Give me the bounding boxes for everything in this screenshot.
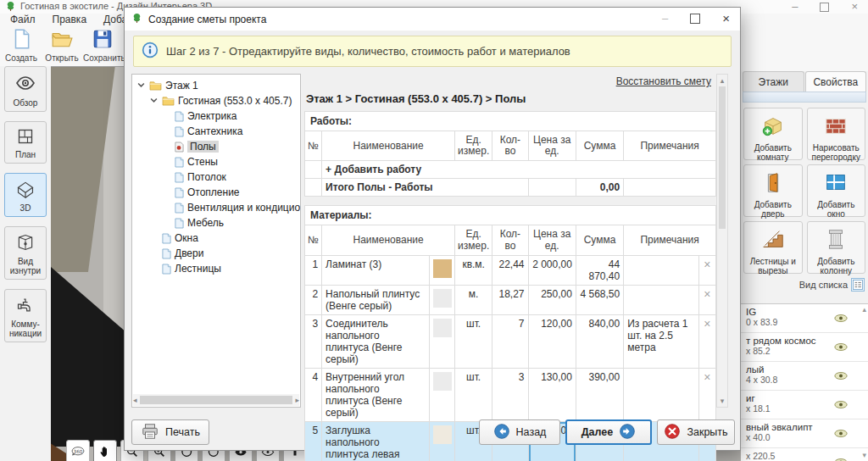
material-row-2[interactable]: 2Напольный плинтус (Венге серый)м.18,272…: [305, 285, 716, 314]
window-minimize-button[interactable]: –: [792, 2, 798, 12]
print-button[interactable]: Печать: [131, 419, 209, 445]
object-visibility-button[interactable]: [834, 370, 848, 382]
list-item[interactable]: IG0 x 83.9: [741, 304, 868, 333]
dialog-minimize-button[interactable]: –: [662, 12, 668, 25]
next-button[interactable]: Далее: [565, 419, 652, 445]
tree-item-Окна[interactable]: Окна: [132, 230, 300, 246]
chevron-down-icon[interactable]: [150, 95, 159, 107]
material-row-3[interactable]: 3Соединитель напольного плинтуса (Венге …: [305, 314, 716, 368]
list-item[interactable]: игx 18.1: [741, 391, 868, 419]
tab-Свойства[interactable]: Свойства: [805, 71, 867, 92]
page-icon: [175, 187, 184, 198]
app-tree-icon: [5, 1, 16, 12]
material-delete-button[interactable]: ×: [698, 285, 715, 314]
sidebar-item-overview[interactable]: Обзор: [4, 66, 47, 112]
tree-item-Двери[interactable]: Двери: [132, 246, 300, 261]
material-delete-button[interactable]: ×: [698, 255, 715, 285]
object-size: 0 x 83.9: [746, 317, 846, 327]
object-visibility-button[interactable]: [834, 457, 848, 461]
sidebar-item-view3d[interactable]: 3D: [4, 173, 47, 217]
tree-horizontal-scrollbar[interactable]: ◂▸: [133, 394, 299, 406]
list-item[interactable]: x 220.5: [741, 448, 868, 461]
tool-draw-partition-button[interactable]: Нарисовать перегородку: [807, 108, 866, 160]
material-color-swatch[interactable]: [433, 259, 452, 278]
back-button[interactable]: Назад: [479, 419, 560, 445]
tool-add-column-button[interactable]: Добавить колонну: [807, 221, 866, 274]
chevron-down-icon[interactable]: [137, 80, 146, 92]
material-color-swatch[interactable]: [433, 425, 452, 444]
toolbar-new-button[interactable]: Создать: [2, 26, 41, 65]
toolbar-open-button[interactable]: Открыть: [42, 26, 81, 65]
object-visibility-button[interactable]: [834, 313, 848, 325]
estimate-dialog: Создание сметы проекта – × Шаг 2 из 7 - …: [124, 7, 741, 451]
tab-Этажи[interactable]: Этажи: [743, 71, 804, 92]
viewport-b360-button[interactable]: 360: [66, 440, 90, 461]
scroll-down-icon[interactable]: ▾: [717, 397, 727, 405]
add-window-icon: [823, 169, 849, 195]
sidebar-item-inside[interactable]: Вид изнутри: [4, 226, 47, 280]
material-color-swatch[interactable]: [433, 372, 452, 391]
content-scrollbar[interactable]: ▴ ▾: [716, 74, 728, 408]
viewport-hand-button[interactable]: [93, 440, 117, 461]
list-item[interactable]: вный эвкалиптx 40.0: [741, 419, 868, 448]
material-delete-button[interactable]: ×: [698, 314, 715, 368]
material-delete-button[interactable]: ×: [698, 368, 715, 421]
tool-stairs-cutouts-button[interactable]: Лестницы и вырезы: [743, 221, 803, 274]
hscroll-right-icon[interactable]: ▸: [295, 396, 299, 404]
list-item[interactable]: лый4 x 30.8: [741, 362, 868, 391]
object-visibility-button[interactable]: [834, 399, 848, 411]
hscroll-thumb[interactable]: [140, 396, 293, 404]
tree-item-Лестницы[interactable]: Лестницы: [132, 261, 300, 276]
tree-item-Стены[interactable]: Стены: [132, 154, 300, 169]
printer-icon: [141, 422, 159, 441]
dialog-titlebar[interactable]: Создание сметы проекта – ×: [125, 8, 740, 31]
table-header-row: №НаименованиеЕд. измер.Кол-воЦена за ед.…: [305, 225, 716, 255]
restore-estimate-link[interactable]: Восстановить смету: [616, 75, 711, 87]
add-work-button[interactable]: + Добавить работу: [322, 161, 716, 179]
tree-item-Этаж 1[interactable]: Этаж 1: [132, 78, 300, 93]
material-swatch-cell: [429, 255, 454, 285]
menu-item-Правка[interactable]: Правка: [44, 13, 96, 26]
works-total-num: [305, 179, 322, 197]
material-row-1[interactable]: 1Ламинат (3)кв.м.22,442 000,0044 870,40×: [305, 255, 716, 285]
view-list-button[interactable]: [851, 278, 865, 292]
tree-item-Полы[interactable]: Полы: [132, 139, 300, 154]
toolbar-save-button[interactable]: Сохранить: [83, 26, 122, 65]
window-maximize-button[interactable]: [820, 3, 829, 12]
sidebar-item-plan[interactable]: План: [4, 121, 47, 164]
tree-item-Вентиляция и кондиционирование[interactable]: Вентиляция и кондиционирование: [132, 200, 300, 215]
close-button[interactable]: Закрыть: [657, 419, 735, 445]
dialog-close-button[interactable]: ×: [722, 13, 730, 25]
tree-item-Электрика[interactable]: Электрика: [132, 108, 300, 124]
material-name: Ламинат (3): [322, 255, 430, 285]
tree-item-Мебель[interactable]: Мебель: [132, 215, 300, 230]
object-visibility-button[interactable]: [834, 342, 848, 353]
object-name: т рядом космос: [746, 336, 846, 346]
inside-icon: [16, 233, 35, 252]
tool-add-door-button[interactable]: Добавить дверь: [743, 164, 803, 217]
material-price: 2 000,00: [528, 255, 576, 285]
hscroll-left-icon[interactable]: ◂: [133, 396, 137, 404]
objects-scroll-down[interactable]: ▾: [862, 452, 866, 459]
material-color-swatch[interactable]: [433, 319, 452, 337]
objects-scroll-up[interactable]: ▴: [862, 306, 866, 314]
column-header-Цена за ед.: Цена за ед.: [528, 225, 576, 255]
dialog-maximize-button[interactable]: [690, 14, 700, 24]
scroll-up-icon[interactable]: ▴: [717, 76, 727, 85]
list-item[interactable]: т рядом космосx 85.2: [741, 333, 868, 362]
material-row-4[interactable]: 4Внутренний угол напольного плинтуса (Ве…: [305, 368, 716, 421]
tool-add-window-button[interactable]: Добавить окно: [807, 164, 866, 217]
object-visibility-button[interactable]: [834, 428, 848, 440]
tool-add-room-button[interactable]: Добавить комнату: [743, 108, 803, 160]
tree-item-Гостиная (553.0 x 405.7)[interactable]: Гостиная (553.0 x 405.7): [132, 93, 300, 108]
tree-item-Сантехника[interactable]: Сантехника: [132, 124, 300, 139]
window-close-button[interactable]: ×: [851, 2, 858, 12]
tree-item-Потолок[interactable]: Потолок: [132, 169, 300, 185]
tree-item-Отопление[interactable]: Отопление: [132, 185, 300, 200]
scrollbar-thumb[interactable]: [719, 86, 726, 229]
column-header-Примечания: Примечания: [624, 131, 716, 161]
menu-item-Файл[interactable]: Файл: [2, 13, 44, 26]
material-color-swatch[interactable]: [433, 289, 452, 308]
sidebar-item-comms[interactable]: Комму-никации: [4, 289, 47, 342]
eye-olive-icon: [834, 430, 848, 437]
